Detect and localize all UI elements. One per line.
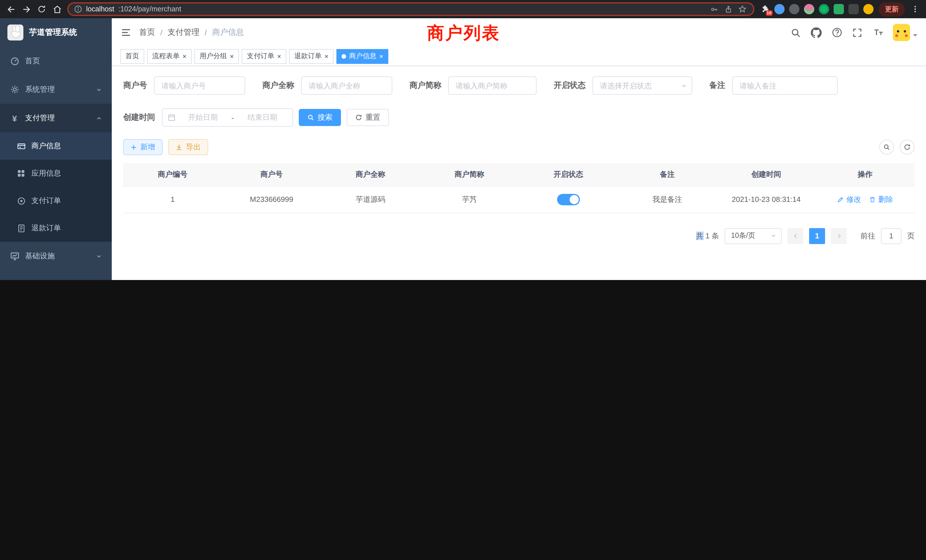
extension-green-circle-icon[interactable] <box>819 4 829 14</box>
extension-pin-icon[interactable] <box>849 4 859 14</box>
full-name-label: 商户全称 <box>262 80 294 91</box>
grid-icon <box>17 169 26 178</box>
address-bar[interactable]: localhost:1024/pay/merchant <box>67 2 754 16</box>
cell-short-name: 芋艿 <box>420 186 519 213</box>
url-host: localhost <box>86 5 114 13</box>
short-name-input[interactable] <box>448 76 537 95</box>
search-button[interactable]: 搜索 <box>299 109 341 126</box>
tab-close-icon[interactable]: × <box>277 53 281 60</box>
record-icon <box>17 196 26 205</box>
status-toggle[interactable] <box>557 194 580 205</box>
remark-input[interactable] <box>732 76 838 95</box>
browser-menu-icon[interactable] <box>910 4 920 14</box>
breadcrumb-home[interactable]: 首页 <box>139 27 155 38</box>
reset-button[interactable]: 重置 <box>346 109 389 126</box>
extension-green-square-icon[interactable] <box>834 4 844 14</box>
payment-submenu: 商户信息 应用信息 支付订单 <box>0 132 112 242</box>
reload-icon[interactable] <box>36 4 47 14</box>
tab-merchant-info[interactable]: 商户信息× <box>336 49 388 64</box>
extension-avatar-icon[interactable] <box>804 4 814 14</box>
export-button[interactable]: 导出 <box>168 139 208 155</box>
breadcrumb: 首页 / 支付管理 / 商户信息 <box>139 27 244 38</box>
share-icon[interactable] <box>723 4 733 14</box>
page-size-select[interactable] <box>725 228 782 244</box>
add-button[interactable]: 新增 <box>123 139 162 155</box>
forward-icon[interactable] <box>21 4 31 14</box>
fullscreen-icon[interactable] <box>852 27 863 38</box>
create-time-range-picker[interactable]: 开始日期 - 结束日期 <box>162 108 293 127</box>
toggle-search-icon[interactable] <box>879 140 894 154</box>
search-icon[interactable] <box>790 27 801 38</box>
col-full-name: 商户全称 <box>321 163 420 186</box>
user-avatar[interactable] <box>893 24 917 41</box>
sidebar-item-system[interactable]: 系统管理 <box>0 75 112 104</box>
cell-create-time: 2021-10-23 08:31:14 <box>717 186 816 213</box>
col-remark: 备注 <box>618 163 717 186</box>
chrome-update-button[interactable]: 更新 <box>879 2 905 16</box>
tab-process-form[interactable]: 流程表单× <box>147 49 192 64</box>
table-header-row: 商户编号 商户号 商户全称 商户简称 开启状态 备注 创建时间 操作 <box>123 163 915 186</box>
short-name-label: 商户简称 <box>409 80 441 91</box>
extensions-puzzle-icon[interactable]: 10 <box>760 4 770 14</box>
sidebar-item-devtools[interactable]: 研发工具 <box>0 270 112 280</box>
refresh-table-icon[interactable] <box>900 140 915 154</box>
tab-close-icon[interactable]: × <box>379 53 383 60</box>
date-separator: - <box>230 113 235 122</box>
next-page-button[interactable] <box>831 228 847 244</box>
search-form-row-2: 创建时间 开始日期 - 结束日期 搜索 <box>123 108 915 127</box>
sidebar-item-refund-order[interactable]: 退款订单 <box>0 215 112 242</box>
sidebar-item-pay-order[interactable]: 支付订单 <box>0 187 112 215</box>
hamburger-icon[interactable] <box>120 27 131 38</box>
back-icon[interactable] <box>6 4 16 14</box>
browser-toolbar: localhost:1024/pay/merchant 10 <box>0 0 926 18</box>
status-label: 开启状态 <box>554 80 586 91</box>
merchant-no-input[interactable] <box>154 76 245 95</box>
tab-close-icon[interactable]: × <box>230 53 234 60</box>
home-icon[interactable] <box>52 4 62 14</box>
tab-close-icon[interactable]: × <box>183 53 186 60</box>
yen-icon: ¥ <box>10 113 20 123</box>
start-date-placeholder: 开始日期 <box>178 112 228 123</box>
help-icon[interactable] <box>831 27 842 38</box>
url-path: :1024/pay/merchant <box>118 5 181 13</box>
extension-dark-icon[interactable] <box>789 4 799 14</box>
sidebar-item-home[interactable]: 首页 <box>0 47 112 75</box>
tab-user-group[interactable]: 用户分组× <box>194 49 239 64</box>
github-icon[interactable] <box>811 27 822 38</box>
sidebar-item-app-info[interactable]: 应用信息 <box>0 160 112 187</box>
tab-close-icon[interactable]: × <box>324 53 328 60</box>
sidebar-item-label: 退款订单 <box>31 223 61 233</box>
cell-full-name: 芋道源码 <box>321 186 420 213</box>
remark-label: 备注 <box>709 80 725 91</box>
status-select[interactable] <box>592 76 692 95</box>
col-merchant-no: 商户号 <box>222 163 321 186</box>
logo[interactable]: 芋道管理系统 <box>0 18 112 47</box>
main-area: 首页 / 支付管理 / 商户信息 <box>112 18 926 280</box>
extension-profile-icon[interactable] <box>863 4 873 14</box>
sidebar-item-payment[interactable]: ¥ 支付管理 <box>0 104 112 132</box>
tab-pay-order[interactable]: 支付订单× <box>242 49 286 64</box>
delete-button[interactable]: 删除 <box>869 194 893 204</box>
cell-merchant-no: M233666999 <box>222 186 321 213</box>
site-info-icon[interactable] <box>74 5 82 13</box>
pagination-total: 共 1 条 <box>696 231 719 241</box>
page-content: 商户号 商户全称 商户简称 开启状态 <box>112 66 926 280</box>
prev-page-button[interactable] <box>787 228 803 244</box>
monitor-icon <box>10 251 20 261</box>
font-size-icon[interactable] <box>872 27 883 38</box>
merchant-no-label: 商户号 <box>123 80 147 91</box>
tab-refund-order[interactable]: 退款订单× <box>289 49 334 64</box>
breadcrumb-payment[interactable]: 支付管理 <box>168 27 200 38</box>
tab-home[interactable]: 首页 <box>120 49 144 64</box>
edit-button[interactable]: 修改 <box>837 194 861 204</box>
password-key-icon[interactable] <box>709 4 719 14</box>
page-1-button[interactable]: 1 <box>809 228 825 244</box>
full-name-input[interactable] <box>301 76 392 95</box>
goto-page-input[interactable] <box>881 228 902 244</box>
sidebar-item-merchant-info[interactable]: 商户信息 <box>0 132 112 160</box>
bookmark-star-icon[interactable] <box>737 4 747 14</box>
sidebar-item-infra[interactable]: 基础设施 <box>0 242 112 270</box>
merchant-table: 商户编号 商户号 商户全称 商户简称 开启状态 备注 创建时间 操作 1 <box>123 163 915 213</box>
extension-blue-icon[interactable] <box>774 4 785 14</box>
screen: localhost:1024/pay/merchant 10 <box>0 0 926 280</box>
